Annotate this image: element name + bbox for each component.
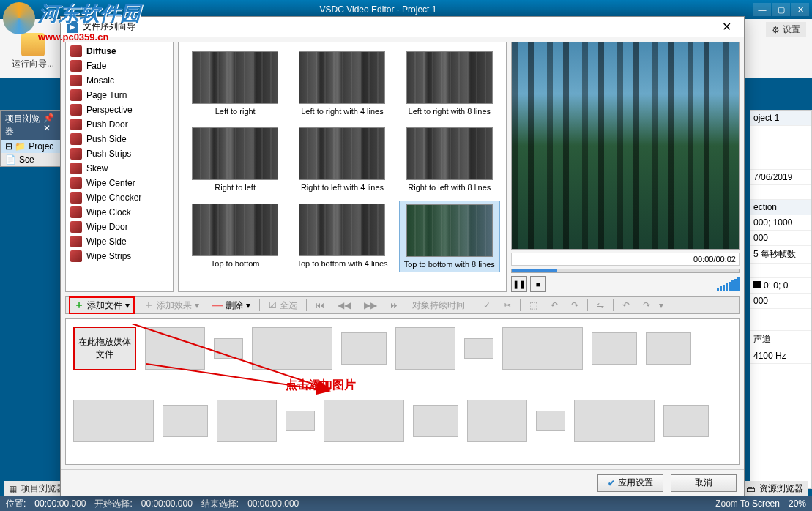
dialog-close-button[interactable]: ✕ bbox=[715, 20, 738, 34]
volume-indicator[interactable] bbox=[717, 277, 740, 291]
prev-button[interactable]: ◀◀ bbox=[333, 299, 355, 312]
project-browser-panel: 项目浏览器 📌 ✕ ⊟ 📁Projec 📄Sce bbox=[0, 110, 66, 167]
select-all-button[interactable]: ☑ 全选 bbox=[264, 298, 302, 313]
transition-thumbnail[interactable]: Left to right bbox=[185, 48, 286, 119]
transition-thumbnail[interactable]: Right to left bbox=[185, 124, 286, 195]
transition-item[interactable]: Wipe Clock bbox=[67, 205, 171, 220]
transition-icon bbox=[70, 133, 82, 145]
run-wizard-button[interactable]: 运行向导... bbox=[6, 30, 60, 73]
transition-thumbnail-grid[interactable]: Left to rightLeft to right with 4 linesL… bbox=[178, 42, 507, 292]
prop-date: 7/06/2019 bbox=[750, 170, 811, 185]
check-icon: ✔ bbox=[608, 478, 615, 488]
preview-progress[interactable] bbox=[511, 269, 740, 273]
redo-icon[interactable]: ↷ bbox=[638, 299, 655, 312]
undo-icon[interactable]: ↶ bbox=[618, 299, 634, 312]
thumbnail-image bbox=[299, 204, 385, 256]
cancel-button[interactable]: 取消 bbox=[671, 474, 737, 492]
media-placeholder[interactable] bbox=[73, 400, 154, 442]
media-placeholder[interactable] bbox=[324, 400, 404, 442]
media-placeholder[interactable] bbox=[341, 332, 387, 365]
stop-button[interactable]: ■ bbox=[530, 276, 546, 292]
tree-item-project[interactable]: ⊟ 📁Projec bbox=[1, 140, 65, 153]
align-icon[interactable]: ⬚ bbox=[525, 299, 542, 312]
media-drop-area[interactable]: 在此拖放媒体文件 点击添加图片 bbox=[65, 318, 740, 465]
media-placeholder[interactable] bbox=[395, 327, 455, 370]
thumbnail-image bbox=[192, 204, 278, 256]
next-button[interactable]: ▶▶ bbox=[360, 299, 381, 312]
transition-icon bbox=[70, 221, 82, 233]
prop-value: 000 bbox=[750, 231, 811, 246]
rotate-left-icon[interactable]: ↶ bbox=[546, 299, 562, 312]
dropdown-icon: ▾ bbox=[125, 300, 130, 310]
delete-button[interactable]: — 删除 ▾ bbox=[208, 298, 255, 313]
media-placeholder[interactable] bbox=[464, 338, 493, 359]
media-placeholder[interactable] bbox=[574, 400, 655, 442]
rotate-right-icon[interactable]: ↷ bbox=[567, 299, 583, 312]
prop-section[interactable]: ection bbox=[750, 200, 811, 215]
transition-item[interactable]: Push Strips bbox=[67, 146, 171, 161]
flip-h-icon[interactable]: ⇋ bbox=[592, 299, 608, 312]
duration-button[interactable]: 对象持续时间 bbox=[408, 298, 469, 313]
transition-item[interactable]: Wipe Door bbox=[67, 220, 171, 234]
transition-thumbnail[interactable]: Left to right with 8 lines bbox=[399, 48, 500, 119]
preview-time: 00:00/00:02 bbox=[511, 253, 740, 266]
maximize-button[interactable]: ▢ bbox=[772, 3, 790, 16]
transition-thumbnail[interactable]: Top to bottom with 4 lines bbox=[291, 201, 392, 272]
transition-item[interactable]: Wipe Center bbox=[67, 176, 171, 190]
transition-item[interactable]: Push Door bbox=[67, 117, 171, 132]
drop-target[interactable]: 在此拖放媒体文件 bbox=[73, 327, 136, 370]
media-placeholder[interactable] bbox=[502, 327, 583, 370]
settings-link[interactable]: ⚙ 设置 bbox=[766, 22, 806, 37]
transition-item[interactable]: Mosaic bbox=[67, 73, 171, 88]
first-button[interactable]: ⏮ bbox=[311, 299, 329, 312]
annotation-text: 点击添加图片 bbox=[286, 378, 356, 393]
media-placeholder[interactable] bbox=[252, 327, 332, 370]
transition-thumbnail[interactable]: Right to left with 4 lines bbox=[291, 124, 392, 195]
media-placeholder[interactable] bbox=[145, 327, 205, 370]
last-button[interactable]: ⏭ bbox=[386, 299, 403, 312]
media-placeholder[interactable] bbox=[663, 405, 709, 437]
add-effect-button[interactable]: ＋ 添加效果 ▾ bbox=[139, 297, 204, 313]
thumbnail-image bbox=[406, 204, 493, 257]
close-button[interactable]: ✕ bbox=[791, 3, 809, 16]
dialog-icon: ▶ bbox=[67, 21, 78, 33]
media-placeholder[interactable] bbox=[163, 405, 208, 437]
transition-list[interactable]: DiffuseFadeMosaicPage TurnPerspectivePus… bbox=[65, 42, 174, 292]
media-placeholder[interactable] bbox=[467, 400, 527, 442]
media-placeholder[interactable] bbox=[217, 400, 277, 442]
add-files-button[interactable]: ＋ 添加文件 ▾ bbox=[69, 296, 135, 314]
check-icon[interactable]: ✓ bbox=[479, 299, 495, 312]
transition-item[interactable]: Perspective bbox=[67, 102, 171, 117]
transition-item[interactable]: Page Turn bbox=[67, 88, 171, 102]
media-placeholder[interactable] bbox=[214, 338, 243, 359]
transition-icon bbox=[70, 192, 82, 204]
resource-browser-tab[interactable]: 🗃 资源浏览器 bbox=[742, 481, 808, 496]
transition-icon bbox=[70, 45, 82, 57]
transition-item[interactable]: Push Side bbox=[67, 132, 171, 146]
media-placeholder[interactable] bbox=[413, 405, 458, 437]
transition-thumbnail[interactable]: Top to bottom with 8 lines bbox=[399, 201, 500, 272]
transition-item[interactable]: Wipe Checker bbox=[67, 190, 171, 205]
apply-button[interactable]: ✔ 应用设置 bbox=[597, 474, 663, 492]
pin-icon[interactable]: 📌 ✕ bbox=[43, 113, 61, 138]
transition-item[interactable]: Skew bbox=[67, 161, 171, 176]
media-placeholder[interactable] bbox=[536, 411, 565, 431]
db-icon: 🗃 bbox=[746, 484, 755, 494]
media-placeholder[interactable] bbox=[592, 332, 637, 365]
transition-item[interactable]: Wipe Side bbox=[67, 234, 171, 249]
pause-button[interactable]: ❚❚ bbox=[511, 276, 527, 292]
tree-item-scene[interactable]: 📄Sce bbox=[1, 153, 65, 166]
transition-item[interactable]: Diffuse bbox=[67, 44, 171, 59]
transition-thumbnail[interactable]: Right to left with 8 lines bbox=[399, 124, 500, 195]
transition-item[interactable]: Fade bbox=[67, 59, 171, 73]
media-placeholder[interactable] bbox=[646, 332, 691, 365]
transition-thumbnail[interactable]: Top to bottom bbox=[185, 201, 286, 272]
media-placeholder[interactable] bbox=[286, 411, 315, 431]
crop-icon[interactable]: ✂ bbox=[499, 299, 515, 312]
preview-panel: 00:00/00:02 ❚❚ ■ bbox=[511, 42, 740, 292]
prop-project: oject 1 bbox=[750, 111, 811, 126]
transition-thumbnail[interactable]: Left to right with 4 lines bbox=[291, 48, 392, 119]
transition-item[interactable]: Wipe Strips bbox=[67, 249, 171, 264]
minimize-button[interactable]: — bbox=[753, 3, 771, 16]
thumbnail-image bbox=[299, 51, 385, 104]
